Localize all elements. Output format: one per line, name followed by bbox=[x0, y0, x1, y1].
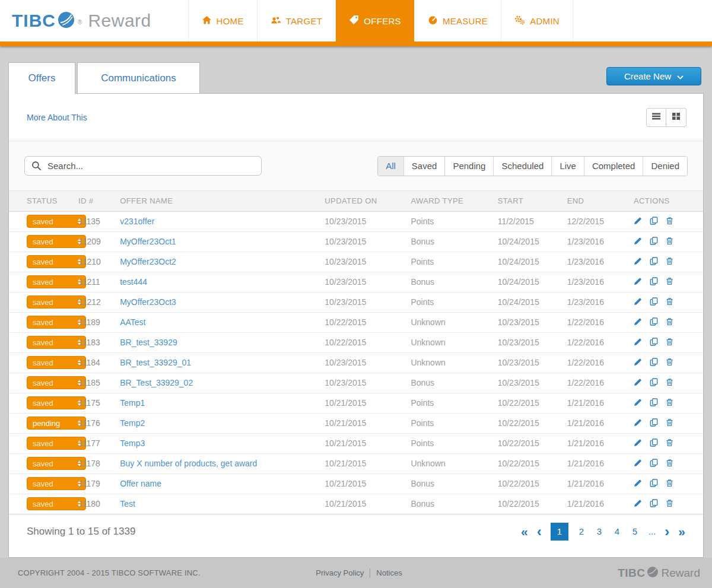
page-button-2[interactable]: 2 bbox=[577, 526, 586, 536]
copy-icon[interactable] bbox=[650, 459, 658, 469]
offer-name-link[interactable]: BR_Test_33929_02 bbox=[120, 378, 193, 387]
trash-icon[interactable] bbox=[666, 217, 673, 227]
status-select[interactable]: saved bbox=[27, 215, 86, 228]
trash-icon[interactable] bbox=[666, 459, 673, 469]
edit-pencil-icon[interactable] bbox=[634, 499, 642, 509]
edit-pencil-icon[interactable] bbox=[634, 398, 642, 408]
copy-icon[interactable] bbox=[650, 398, 658, 408]
trash-icon[interactable] bbox=[666, 499, 673, 509]
filter-completed[interactable]: Completed bbox=[584, 157, 644, 176]
edit-pencil-icon[interactable] bbox=[634, 358, 642, 368]
prev-page-button[interactable]: ‹ bbox=[537, 525, 542, 539]
nav-item-offers[interactable]: OFFERS bbox=[335, 0, 414, 42]
offer-name-link[interactable]: Temp3 bbox=[120, 438, 145, 448]
trash-icon[interactable] bbox=[666, 257, 673, 267]
status-select[interactable]: saved bbox=[27, 275, 86, 288]
edit-pencil-icon[interactable] bbox=[634, 257, 642, 267]
status-select[interactable]: saved bbox=[27, 336, 86, 349]
copy-icon[interactable] bbox=[650, 317, 658, 328]
create-new-button[interactable]: Create New bbox=[606, 67, 701, 85]
edit-pencil-icon[interactable] bbox=[634, 459, 642, 469]
edit-pencil-icon[interactable] bbox=[634, 237, 642, 247]
status-select[interactable]: saved bbox=[27, 295, 86, 309]
page-button-1[interactable]: 1 bbox=[551, 523, 568, 541]
offer-name-link[interactable]: Offer name bbox=[120, 479, 161, 488]
page-button-4[interactable]: 4 bbox=[612, 526, 622, 536]
status-select[interactable]: pending bbox=[27, 417, 86, 430]
status-select[interactable]: saved bbox=[27, 396, 86, 409]
nav-item-admin[interactable]: ADMIN bbox=[501, 0, 573, 42]
offer-name-link[interactable]: BR_test_33929_01 bbox=[120, 358, 191, 367]
edit-pencil-icon[interactable] bbox=[634, 479, 642, 489]
copy-icon[interactable] bbox=[650, 499, 658, 509]
offer-name-link[interactable]: Temp1 bbox=[120, 398, 145, 408]
edit-pencil-icon[interactable] bbox=[634, 438, 642, 449]
filter-denied[interactable]: Denied bbox=[643, 157, 687, 176]
edit-pencil-icon[interactable] bbox=[634, 378, 642, 388]
edit-pencil-icon[interactable] bbox=[634, 418, 642, 428]
copy-icon[interactable] bbox=[650, 358, 658, 368]
tab-offers[interactable]: Offers bbox=[8, 62, 75, 94]
edit-pencil-icon[interactable] bbox=[634, 317, 642, 328]
trash-icon[interactable] bbox=[666, 338, 673, 348]
edit-pencil-icon[interactable] bbox=[634, 338, 642, 348]
edit-pencil-icon[interactable] bbox=[634, 277, 642, 287]
status-select[interactable]: saved bbox=[27, 457, 86, 470]
trash-icon[interactable] bbox=[666, 358, 673, 368]
edit-pencil-icon[interactable] bbox=[634, 297, 642, 307]
copy-icon[interactable] bbox=[650, 338, 658, 348]
trash-icon[interactable] bbox=[666, 378, 673, 388]
copy-icon[interactable] bbox=[650, 277, 658, 287]
trash-icon[interactable] bbox=[666, 237, 673, 247]
filter-scheduled[interactable]: Scheduled bbox=[494, 157, 552, 176]
trash-icon[interactable] bbox=[666, 418, 673, 428]
status-select[interactable]: saved bbox=[27, 437, 86, 450]
status-select[interactable]: saved bbox=[27, 477, 86, 490]
edit-pencil-icon[interactable] bbox=[634, 217, 642, 227]
page-button-3[interactable]: 3 bbox=[595, 526, 604, 536]
page-button-5[interactable]: 5 bbox=[630, 526, 640, 536]
copy-icon[interactable] bbox=[650, 217, 658, 227]
copy-icon[interactable] bbox=[650, 297, 658, 307]
grid-view-button[interactable] bbox=[666, 108, 686, 127]
offer-name-link[interactable]: v231offer bbox=[120, 217, 154, 226]
next-page-button[interactable]: › bbox=[665, 525, 669, 539]
trash-icon[interactable] bbox=[666, 438, 673, 449]
notices-link[interactable]: Notices bbox=[376, 568, 402, 577]
first-page-button[interactable]: « bbox=[521, 525, 528, 538]
nav-item-target[interactable]: TARGET bbox=[257, 0, 336, 42]
offer-name-link[interactable]: MyOffer23Oct2 bbox=[120, 257, 176, 266]
offer-name-link[interactable]: MyOffer23Oct3 bbox=[120, 297, 176, 307]
trash-icon[interactable] bbox=[666, 317, 673, 328]
filter-saved[interactable]: Saved bbox=[404, 157, 446, 176]
offer-name-link[interactable]: test444 bbox=[120, 277, 147, 287]
status-select[interactable]: saved bbox=[27, 356, 86, 369]
copy-icon[interactable] bbox=[650, 257, 658, 267]
filter-pending[interactable]: Pending bbox=[445, 157, 494, 176]
filter-live[interactable]: Live bbox=[552, 157, 584, 176]
offer-name-link[interactable]: MyOffer23Oct1 bbox=[120, 237, 176, 246]
status-select[interactable]: saved bbox=[27, 316, 86, 329]
status-select[interactable]: saved bbox=[27, 235, 86, 248]
offer-name-link[interactable]: Test bbox=[120, 499, 135, 508]
trash-icon[interactable] bbox=[666, 479, 673, 489]
status-select[interactable]: saved bbox=[27, 255, 86, 268]
trash-icon[interactable] bbox=[666, 277, 673, 287]
filter-all[interactable]: All bbox=[378, 157, 404, 176]
last-page-button[interactable]: » bbox=[678, 525, 685, 538]
copy-icon[interactable] bbox=[650, 378, 658, 388]
nav-item-home[interactable]: HOME bbox=[188, 0, 257, 42]
nav-item-measure[interactable]: MEASURE bbox=[414, 0, 501, 42]
list-view-button[interactable] bbox=[646, 108, 666, 127]
tab-communications[interactable]: Communications bbox=[77, 62, 200, 93]
copy-icon[interactable] bbox=[650, 237, 658, 247]
trash-icon[interactable] bbox=[666, 297, 673, 307]
offer-name-link[interactable]: Temp2 bbox=[120, 418, 145, 428]
more-about-this-link[interactable]: More About This bbox=[27, 113, 87, 122]
copy-icon[interactable] bbox=[650, 438, 658, 449]
copy-icon[interactable] bbox=[650, 479, 658, 489]
trash-icon[interactable] bbox=[666, 398, 673, 408]
offer-name-link[interactable]: BR_test_33929 bbox=[120, 338, 177, 347]
copy-icon[interactable] bbox=[650, 418, 658, 428]
search-input[interactable] bbox=[24, 156, 262, 176]
